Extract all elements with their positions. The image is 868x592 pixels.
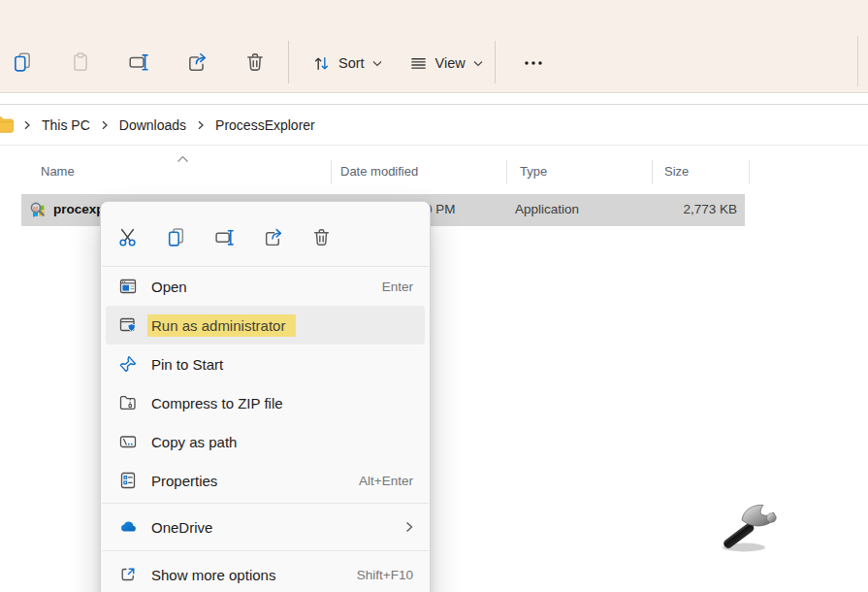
procexp-app-icon [29,201,48,219]
column-resize-handle[interactable] [331,160,332,184]
menu-item-open[interactable]: Open Enter [106,267,425,306]
column-header-type[interactable]: Type [520,164,547,179]
copy-icon [166,227,186,247]
addressbar-gap [0,94,868,104]
rename-button[interactable] [207,219,241,254]
file-size: 2,773 KB [683,202,737,216]
view-label: View [435,55,466,71]
menu-label: Open [151,279,187,295]
column-resize-handle[interactable] [652,160,653,184]
share-icon [186,51,208,73]
delete-icon [311,227,332,247]
menu-label: OneDrive [151,519,212,536]
breadcrumb-processexplorer[interactable]: ProcessExplorer [213,115,317,136]
column-headers: Name Date modified Type Size [0,158,868,185]
show-more-options-icon [118,565,138,584]
context-menu-icon-row [101,208,430,266]
pin-icon [118,354,138,374]
hammer-cursor-graphic [715,496,785,558]
breadcrumb-chevron[interactable] [101,120,109,130]
menu-label: Compress to ZIP file [151,395,283,411]
column-header-name[interactable]: Name [41,164,75,179]
cut-button[interactable] [110,219,145,254]
menu-item-show-more-options[interactable]: Show more options Shift+F10 [106,555,425,592]
menu-item-compress-to-zip[interactable]: Compress to ZIP file [106,383,425,422]
share-button[interactable] [255,219,290,254]
column-header-size[interactable]: Size [664,164,689,179]
highlight-annotation: Run as administrator [147,314,296,337]
delete-icon [244,51,266,73]
share-button[interactable] [177,43,216,82]
menu-label: Run as administrator [151,317,296,334]
view-button[interactable]: View [400,45,493,82]
sort-ascending-icon [177,155,189,163]
menu-separator [102,550,429,551]
menu-item-properties[interactable]: Properties Alt+Enter [106,461,425,500]
sort-button[interactable]: Sort [303,45,392,82]
rename-button[interactable] [119,43,158,82]
run-as-administrator-icon [118,315,138,335]
menu-label: Properties [151,473,217,489]
onedrive-icon [118,517,138,537]
breadcrumb-chevron[interactable] [197,120,205,130]
sort-label: Sort [338,55,365,71]
column-header-date-modified[interactable]: Date modified [340,164,418,179]
more-options-button[interactable] [515,45,552,82]
chevron-down-icon [372,60,382,67]
file-type: Application [515,202,579,216]
properties-icon [118,471,138,490]
rename-icon [214,227,235,247]
paste-button[interactable] [61,43,100,82]
delete-button[interactable] [304,219,338,254]
folder-icon[interactable] [0,116,15,133]
ellipsis-icon [523,52,544,74]
toolbar-separator [495,41,496,83]
menu-shortcut: Enter [382,280,413,294]
paste-icon [70,51,91,73]
menu-shortcut: Shift+F10 [357,568,413,582]
delete-button[interactable] [236,43,274,82]
breadcrumb-chevron[interactable] [23,120,31,130]
copy-button[interactable] [3,43,42,82]
copy-icon [12,51,33,73]
menu-item-copy-as-path[interactable]: Copy as path [106,422,425,461]
column-resize-handle[interactable] [749,160,750,184]
address-bar: This PC Downloads ProcessExplorer [0,104,868,146]
command-bar: Sort View [0,0,868,93]
menu-label: Pin to Start [151,356,223,373]
menu-item-onedrive[interactable]: OneDrive [106,506,425,548]
share-icon [263,227,283,247]
menu-shortcut: Alt+Enter [359,474,413,488]
breadcrumb-this-pc[interactable]: This PC [40,115,92,136]
menu-separator [102,503,429,504]
column-resize-handle[interactable] [506,160,507,184]
file-name: procexp [53,202,105,216]
copy-button[interactable] [158,219,193,254]
menu-label: Copy as path [151,434,237,450]
toolbar-separator [288,41,289,83]
rename-icon [128,51,149,73]
menu-item-pin-to-start[interactable]: Pin to Start [106,345,425,383]
view-icon [409,54,428,73]
toolbar-edge-divider [857,36,858,86]
chevron-down-icon [473,60,483,67]
breadcrumb-downloads[interactable]: Downloads [117,115,188,136]
submenu-chevron-icon [405,521,413,533]
zip-folder-icon [118,393,138,412]
copy-as-path-icon [118,432,138,451]
context-menu: Open Enter Run as administrator Pin to S… [100,201,431,592]
cut-icon [117,227,138,247]
sort-icon [312,54,331,73]
open-icon [118,277,138,296]
menu-label: Show more options [151,567,275,583]
menu-item-run-as-administrator[interactable]: Run as administrator [106,306,425,345]
